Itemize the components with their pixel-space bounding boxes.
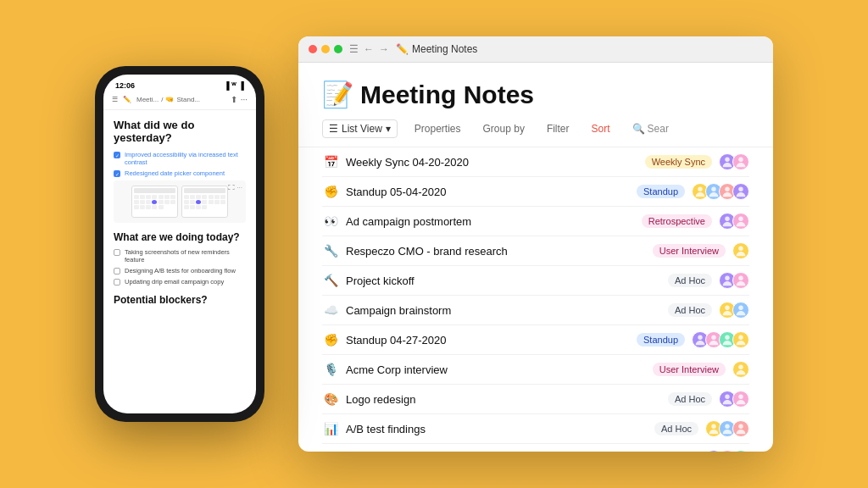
- row-icon: 🎙️: [322, 363, 339, 376]
- table-row[interactable]: 🔧Respeczo CMO - brand researchUser Inter…: [322, 236, 749, 266]
- table-row[interactable]: ✊Standup 05-11-2020Standup: [322, 444, 749, 452]
- svg-point-2: [698, 187, 702, 191]
- checkbox-empty-3[interactable]: [114, 279, 120, 286]
- breadcrumb-part1[interactable]: Meeti...: [136, 96, 159, 103]
- svg-point-14: [711, 336, 715, 340]
- table-row[interactable]: 🎙️Acme Corp interviewUser Interview: [322, 355, 749, 385]
- svg-point-6: [725, 217, 729, 221]
- browser-body: 📝 Meeting Notes ☰ List View ▾ Properties…: [298, 63, 773, 452]
- table-row[interactable]: ✊Standup 04-27-2020Standup: [322, 325, 749, 355]
- close-button[interactable]: [309, 45, 317, 53]
- avatar: [719, 450, 736, 452]
- title-emoji: 📝: [322, 80, 353, 109]
- avatar: [732, 183, 749, 200]
- row-avatars: [719, 153, 749, 170]
- row-title: A/B test findings: [346, 423, 648, 435]
- svg-point-10: [738, 276, 743, 280]
- svg-point-13: [698, 336, 702, 340]
- svg-point-9: [725, 276, 729, 280]
- share-icon[interactable]: ⬆: [231, 95, 237, 104]
- row-avatars: [732, 242, 749, 259]
- table-row[interactable]: 📅Weekly Sync 04-20-2020Weekly Sync: [322, 147, 749, 177]
- svg-point-12: [738, 306, 743, 310]
- maximize-button[interactable]: [334, 45, 342, 53]
- checkbox-empty-1[interactable]: [114, 249, 120, 256]
- properties-button[interactable]: Properties: [409, 120, 466, 137]
- notion-page-title: 📝 Meeting Notes: [322, 80, 749, 109]
- avatar: [732, 420, 749, 437]
- row-tag: Standup: [637, 333, 685, 347]
- group-by-button[interactable]: Group by: [478, 120, 530, 137]
- row-tag: Ad Hoc: [668, 392, 712, 406]
- row-avatars: [705, 450, 749, 452]
- filter-button[interactable]: Filter: [542, 120, 575, 137]
- svg-point-1: [738, 158, 743, 162]
- more-icon[interactable]: ···: [241, 95, 248, 104]
- expand-icon[interactable]: ⛶ ···: [228, 184, 242, 191]
- hamburger-icon[interactable]: ☰: [112, 96, 118, 103]
- avatar: [732, 242, 749, 259]
- table-row[interactable]: 🔨Project kickoffAd Hoc: [322, 266, 749, 296]
- svg-point-4: [725, 187, 729, 191]
- table-row[interactable]: ☁️Campaign brainstormAd Hoc: [322, 296, 749, 325]
- row-avatars: [705, 420, 749, 437]
- row-avatars: [719, 272, 749, 289]
- row-tag: Ad Hoc: [668, 303, 712, 317]
- svg-point-16: [738, 336, 743, 340]
- row-avatars: [692, 183, 749, 200]
- row-icon: ✊: [322, 333, 339, 347]
- pencil-icon: ✏️: [123, 96, 131, 103]
- row-title: Standup 04-27-2020: [346, 334, 630, 347]
- phone-content: What did we do yesterday? ✓ Improved acc…: [103, 110, 256, 413]
- row-tag: Standup: [637, 185, 685, 198]
- svg-point-0: [725, 158, 729, 162]
- checkbox-checked-1[interactable]: ✓: [114, 152, 120, 158]
- svg-point-21: [725, 424, 729, 429]
- browser-title-bar: ✏️ Meeting Notes: [396, 43, 477, 55]
- phone-status-icons: ▐ ᵂ ▐: [224, 81, 244, 90]
- svg-point-11: [725, 306, 729, 310]
- row-icon: 🔧: [322, 244, 339, 258]
- row-avatars: [692, 331, 749, 348]
- browser-controls: ☰ ← →: [349, 43, 389, 55]
- phone-time: 12:06: [115, 81, 135, 90]
- row-avatars: [719, 391, 749, 408]
- row-tag: Ad Hoc: [654, 422, 698, 435]
- unchecked-item-1: Taking screenshots of new reminders feat…: [114, 248, 246, 263]
- phone-status-bar: 12:06 ▐ ᵂ ▐: [103, 75, 256, 93]
- list-view-button[interactable]: ☰ List View ▾: [322, 119, 398, 138]
- sort-button[interactable]: Sort: [587, 120, 615, 137]
- avatar: [732, 331, 749, 348]
- table-row[interactable]: 👀Ad campaign postmortemRetrospective: [322, 207, 749, 236]
- table-row[interactable]: 🎨Logo redesignAd Hoc: [322, 385, 749, 414]
- minimize-button[interactable]: [321, 45, 330, 53]
- row-title: Weekly Sync 04-20-2020: [346, 156, 638, 169]
- checkbox-checked-2[interactable]: ✓: [114, 170, 120, 177]
- breadcrumb-part2[interactable]: Stand...: [176, 96, 200, 103]
- svg-point-8: [738, 247, 743, 251]
- row-icon: 👀: [322, 214, 339, 228]
- notion-header: 📝 Meeting Notes: [298, 63, 773, 119]
- table-row[interactable]: ✊Standup 05-04-2020Standup: [322, 177, 749, 207]
- search-button[interactable]: 🔍 Sear: [627, 120, 674, 137]
- row-tag: Ad Hoc: [668, 274, 712, 287]
- row-avatars: [719, 302, 749, 319]
- avatar: [732, 450, 749, 452]
- calendar-left: [131, 186, 178, 218]
- row-avatars: [719, 213, 749, 230]
- svg-point-18: [725, 395, 729, 399]
- row-title: Standup 05-04-2020: [346, 186, 630, 198]
- back-icon[interactable]: ←: [364, 43, 374, 55]
- row-title: Campaign brainstorm: [346, 304, 661, 317]
- row-tag: User Interview: [653, 363, 726, 376]
- menu-icon[interactable]: ☰: [349, 43, 359, 55]
- table-row[interactable]: 📊A/B test findingsAd Hoc: [322, 414, 749, 444]
- section-blockers-heading: Potential blockers?: [114, 294, 246, 306]
- svg-point-5: [738, 187, 743, 191]
- page-icon: ✏️: [396, 43, 409, 55]
- row-icon: 📊: [322, 422, 339, 435]
- forward-icon[interactable]: →: [379, 43, 389, 55]
- phone-screen: 12:06 ▐ ᵂ ▐ ☰ ✏️ Meeti... / 🤜 Stand... ⬆…: [103, 75, 256, 413]
- checkbox-empty-2[interactable]: [114, 268, 120, 274]
- row-tag: Retrospective: [642, 214, 712, 228]
